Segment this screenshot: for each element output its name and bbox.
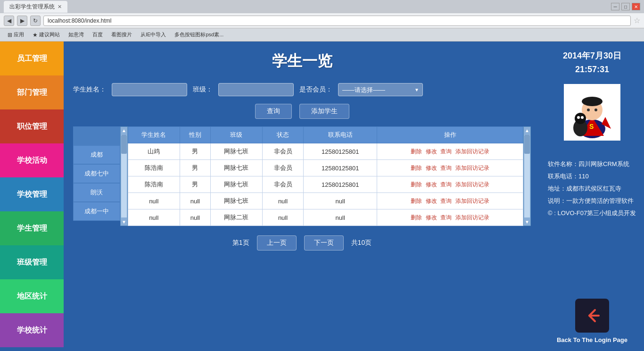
sidebar-item-student-mgmt[interactable]: 学生管理 (0, 211, 64, 245)
query-button[interactable]: 查询 (255, 104, 292, 119)
search-bar: 学生姓名： 班级： 是否会员： ——请选择—— 会员 非会员 (73, 83, 531, 96)
maximize-btn[interactable]: □ (621, 3, 630, 10)
cell-phone: null (304, 193, 377, 209)
op-delete[interactable]: 删除 (411, 198, 422, 204)
cell-gender: 男 (180, 160, 211, 176)
refresh-btn[interactable]: ↻ (30, 16, 41, 26)
sidebar-item-employee[interactable]: 员工管理 (0, 42, 64, 75)
scroll-up-arrow[interactable]: ▲ (121, 127, 127, 134)
cell-phone: 12580125801 (304, 160, 377, 176)
bookmark-icons[interactable]: 多色按钮图标psd素... (171, 30, 227, 39)
op-add-visit[interactable]: 添加回访记录 (455, 165, 489, 171)
avatar-box: S (564, 84, 620, 141)
prev-page-btn[interactable]: 上一页 (257, 235, 297, 251)
add-student-button[interactable]: 添加学生 (299, 104, 349, 119)
category-header (73, 126, 120, 145)
table-row: 山鸡 男 网脉七班 非会员 12580125801 删除 修改 查询 添加回访记… (128, 143, 523, 160)
cell-ops: 删除 修改 查询 添加回访记录 (377, 143, 523, 160)
cell-ops: 删除 修改 查询 添加回访记录 (377, 193, 523, 209)
minimize-btn[interactable]: ─ (611, 3, 619, 10)
op-add-visit[interactable]: 添加回访记录 (455, 148, 489, 155)
bookmark-suggest[interactable]: ★ 建议网站 (29, 30, 64, 39)
sidebar-item-position[interactable]: 职位管理 (0, 109, 64, 143)
student-name-input[interactable] (112, 83, 187, 96)
bookmark-star[interactable]: ☆ (634, 16, 640, 25)
cell-status: null (262, 209, 304, 226)
back-icon-btn[interactable] (575, 299, 609, 333)
scroll-down-arrow[interactable]: ▼ (121, 218, 127, 226)
bookmark-import[interactable]: 从IE中导入 (137, 30, 170, 39)
op-delete[interactable]: 删除 (411, 214, 422, 221)
svg-text:S: S (589, 123, 594, 130)
table-scroll-down[interactable]: ▼ (524, 218, 530, 226)
current-page: 第1页 (232, 239, 249, 247)
category-chengdu1[interactable]: 成都一中 (73, 202, 120, 221)
sidebar-item-department[interactable]: 部门管理 (0, 75, 64, 109)
tab-close-btn[interactable]: ✕ (58, 4, 62, 10)
cell-gender: 男 (180, 176, 211, 193)
category-chengdu7[interactable]: 成都七中 (73, 164, 120, 183)
table-scroll-up[interactable]: ▲ (524, 127, 530, 134)
op-query[interactable]: 查询 (440, 181, 452, 188)
sidebar-item-school-stats[interactable]: 学校统计 (0, 313, 64, 347)
class-input[interactable] (218, 83, 294, 96)
cell-gender: null (180, 209, 211, 226)
table-area: 成都 成都七中 朗沃 成都一中 ▲ ▼ (73, 126, 531, 226)
category-scrollbar[interactable]: ▲ ▼ (120, 126, 128, 226)
table-scroll-track (524, 135, 530, 217)
op-edit[interactable]: 修改 (426, 181, 437, 188)
class-label: 班级： (193, 85, 213, 94)
op-delete[interactable]: 删除 (411, 181, 422, 188)
sidebar-item-class-mgmt[interactable]: 班级管理 (0, 245, 64, 279)
op-delete[interactable]: 删除 (411, 148, 422, 155)
op-add-visit[interactable]: 添加回访记录 (455, 214, 489, 221)
back-nav-btn[interactable]: ◀ (4, 16, 14, 26)
back-to-login-link[interactable]: Back To The Login Page (557, 336, 627, 343)
sidebar-item-region-stats[interactable]: 地区统计 (0, 279, 64, 313)
tab-title: 出彩学生管理系统 (9, 3, 55, 11)
cell-class: 网脉二班 (211, 209, 263, 226)
bookmark-pics[interactable]: 看图搜片 (107, 30, 136, 39)
bookmark-baidu[interactable]: 百度 (89, 30, 107, 39)
op-query[interactable]: 查询 (440, 165, 452, 171)
suggest-icon: ★ (33, 32, 38, 38)
copyright-info: © : LOVO-F07第三小组成员开发 (548, 207, 636, 219)
cell-phone: 12580125801 (304, 176, 377, 193)
op-edit[interactable]: 修改 (426, 148, 437, 155)
op-add-visit[interactable]: 添加回访记录 (455, 181, 489, 188)
category-chengdu[interactable]: 成都 (73, 145, 120, 164)
op-delete[interactable]: 删除 (411, 165, 422, 171)
svg-point-4 (582, 97, 603, 106)
bookmark-apps[interactable]: ⊞ 应用 (4, 30, 28, 39)
close-btn[interactable]: ✕ (632, 3, 640, 10)
table-scrollbar[interactable]: ▲ ▼ (523, 126, 531, 226)
col-gender: 性别 (180, 127, 211, 143)
cell-ops: 删除 修改 查询 添加回访记录 (377, 209, 523, 226)
member-select-wrapper: ——请选择—— 会员 非会员 (338, 83, 423, 96)
op-add-visit[interactable]: 添加回访记录 (455, 198, 489, 204)
datetime-display: 2014年7月30日 21:57:31 (563, 49, 621, 76)
next-page-btn[interactable]: 下一页 (304, 235, 344, 251)
software-name: 软件名称：四川网脉CRM系统 (548, 158, 636, 170)
scroll-track (121, 135, 127, 217)
op-edit[interactable]: 修改 (426, 214, 437, 221)
table-row: 陈浩南 男 网脉七班 非会员 12580125801 删除 修改 查询 添加回访… (128, 160, 523, 176)
cell-status: 非会员 (262, 143, 304, 160)
sidebar-item-school-activity[interactable]: 学校活动 (0, 143, 64, 177)
op-edit[interactable]: 修改 (426, 165, 437, 171)
browser-tab[interactable]: 出彩学生管理系统 ✕ (4, 1, 67, 13)
sidebar-item-school-mgmt[interactable]: 学校管理 (0, 177, 64, 211)
op-query[interactable]: 查询 (440, 198, 452, 204)
forward-nav-btn[interactable]: ▶ (17, 16, 27, 26)
main-content: 学生一览 学生姓名： 班级： 是否会员： ——请选择—— 会员 非会员 查询 添… (64, 42, 540, 351)
bookmark-ruywan[interactable]: 如意湾 (65, 30, 88, 39)
member-select[interactable]: ——请选择—— 会员 非会员 (338, 83, 423, 96)
cell-status: 非会员 (262, 176, 304, 193)
url-bar[interactable]: localhost:8080/index.html (43, 16, 631, 26)
cell-gender: null (180, 193, 211, 209)
op-query[interactable]: 查询 (440, 214, 452, 221)
category-langwo[interactable]: 朗沃 (73, 183, 120, 202)
op-query[interactable]: 查询 (440, 148, 452, 155)
table-row: 陈浩南 男 网脉七班 非会员 12580125801 删除 修改 查询 添加回访… (128, 176, 523, 193)
op-edit[interactable]: 修改 (426, 198, 437, 204)
